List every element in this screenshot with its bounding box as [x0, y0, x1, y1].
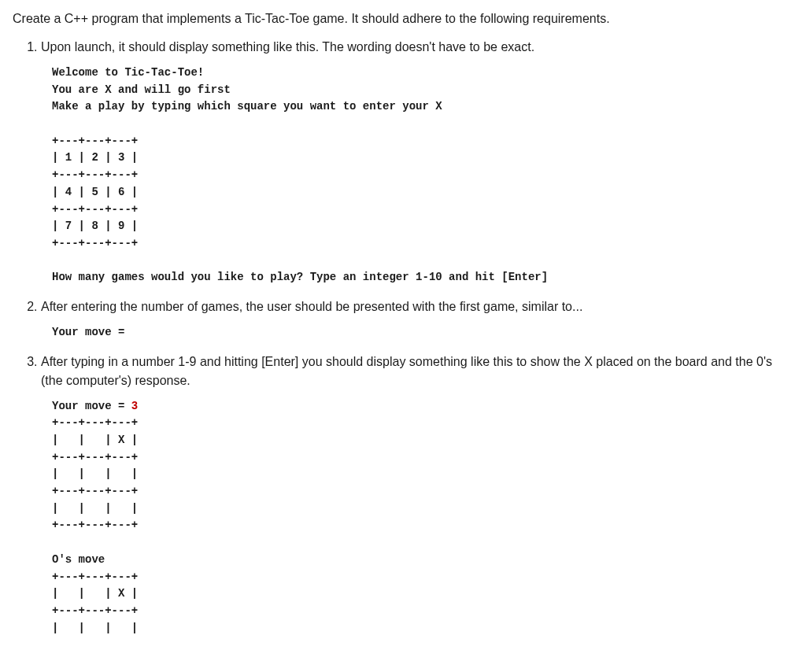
console-line: +---+---+---+ [52, 451, 138, 463]
console-line: How many games would you like to play? T… [52, 271, 548, 283]
console-line: | | | X | [52, 587, 138, 600]
console-line: Make a play by typing which square you w… [52, 100, 442, 113]
requirement-text: Upon launch, it should display something… [41, 38, 793, 57]
console-line: +---+---+---+ [52, 604, 138, 617]
console-line: +---+---+---+ [52, 519, 138, 531]
user-input: 3 [131, 400, 138, 412]
console-line: +---+---+---+ [52, 135, 138, 147]
console-text: Your move = [52, 400, 131, 412]
console-output: Welcome to Tic-Tac-Toe! You are X and wi… [52, 65, 793, 286]
requirement-item: After typing in a number 1-9 and hitting… [41, 353, 793, 637]
console-line: You are X and will go first [52, 83, 231, 96]
requirement-item: After entering the number of games, the … [41, 297, 793, 342]
console-line: +---+---+---+ [52, 237, 138, 249]
console-line: | | | | [52, 502, 138, 515]
console-output: Your move = 3 +---+---+---+ | | | X | +-… [52, 398, 793, 637]
requirement-text: After typing in a number 1-9 and hitting… [41, 353, 793, 390]
console-line: | 1 | 2 | 3 | [52, 151, 138, 164]
console-line: | 7 | 8 | 9 | [52, 220, 138, 232]
console-output: Your move = [52, 324, 793, 342]
console-line: Welcome to Tic-Tac-Toe! [52, 66, 204, 79]
console-line: +---+---+---+ [52, 570, 138, 583]
intro-text: Create a C++ program that implements a T… [13, 9, 793, 28]
requirement-text: After entering the number of games, the … [41, 297, 793, 316]
requirements-list: Upon launch, it should display something… [13, 38, 793, 637]
console-line: +---+---+---+ [52, 203, 138, 216]
console-line: | | | | [52, 622, 138, 634]
requirement-item: Upon launch, it should display something… [41, 38, 793, 286]
console-line: +---+---+---+ [52, 485, 138, 497]
console-line: +---+---+---+ [52, 168, 138, 181]
console-line: | 4 | 5 | 6 | [52, 186, 138, 198]
console-line: O's move [52, 553, 105, 566]
console-line: Your move = [52, 326, 131, 338]
console-line: | | | X | [52, 434, 138, 446]
console-line: +---+---+---+ [52, 416, 138, 429]
console-line: | | | | [52, 467, 138, 480]
